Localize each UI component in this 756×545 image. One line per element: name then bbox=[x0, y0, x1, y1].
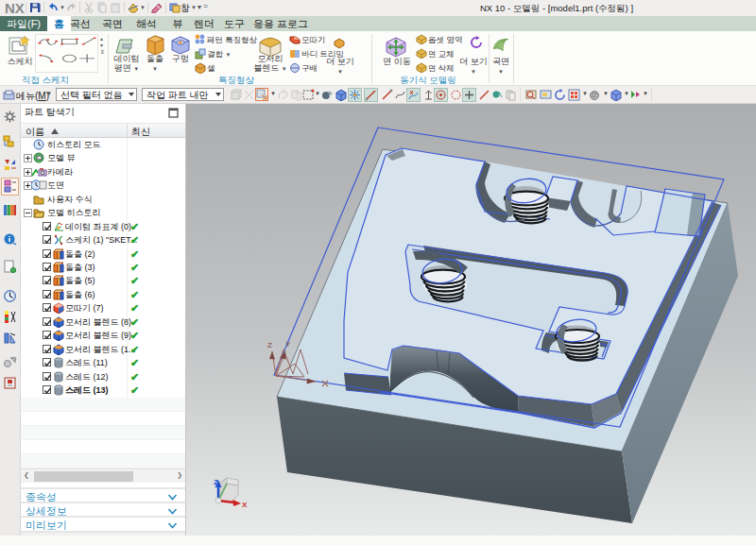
svg-text:Z: Z bbox=[267, 341, 272, 349]
svg-text:X: X bbox=[242, 501, 248, 509]
svg-text:Y: Y bbox=[285, 340, 291, 349]
svg-text:Z: Z bbox=[214, 478, 218, 486]
